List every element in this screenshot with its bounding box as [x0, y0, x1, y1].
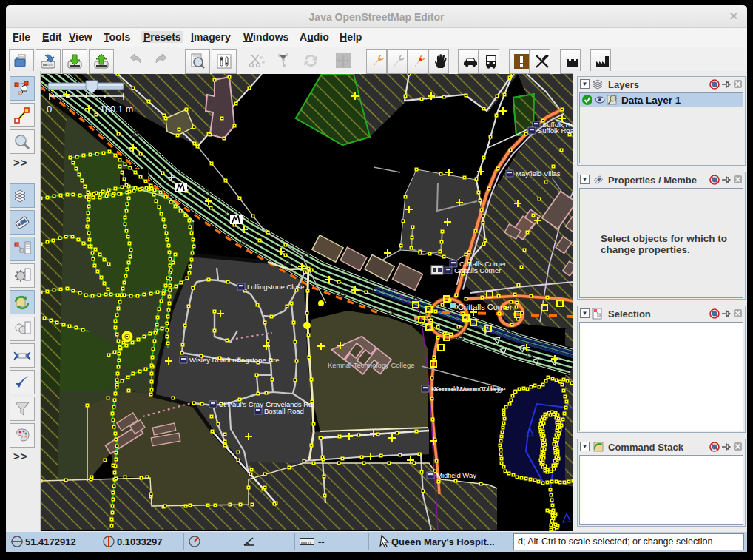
- svg-text:Kemnal Technology College: Kemnal Technology College: [328, 361, 415, 369]
- svg-text:0: 0: [47, 104, 52, 115]
- svg-text:Crittalls Corner: Crittalls Corner: [458, 303, 513, 311]
- svg-text:Midfield Way: Midfield Way: [436, 471, 476, 479]
- svg-text:180.1 m: 180.1 m: [100, 104, 133, 115]
- svg-text:Kemnal Manor College: Kemnal Manor College: [434, 385, 506, 393]
- svg-text:Mayfield Villas: Mayfield Villas: [516, 169, 561, 178]
- svg-text:St Paul's Cray: St Paul's Cray: [219, 400, 263, 408]
- svg-text:Wisley Road: Wisley Road: [189, 356, 229, 364]
- svg-text:Suffolk Road: Suffolk Road: [538, 126, 573, 135]
- svg-text:Lullingstone Close: Lullingstone Close: [247, 283, 305, 291]
- svg-text:Crittalls Corner: Crittalls Corner: [454, 266, 501, 274]
- svg-text:Bostall Road: Bostall Road: [264, 407, 304, 415]
- svg-text:Lullingstone Cre: Lullingstone Cre: [229, 356, 280, 364]
